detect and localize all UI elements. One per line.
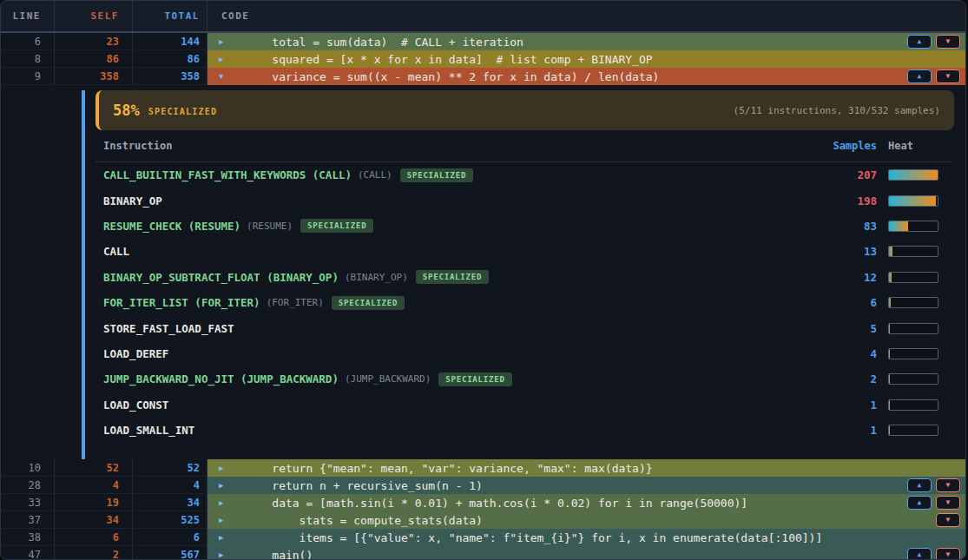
expander-icon[interactable]: ▶ xyxy=(219,551,227,559)
expander-icon[interactable]: ▶ xyxy=(219,56,227,63)
line-number: 37 xyxy=(1,511,55,529)
heat-bar-fill xyxy=(889,425,890,435)
instruction-samples: 5 xyxy=(814,322,877,335)
instruction-samples: 12 xyxy=(814,271,877,284)
instruction-name-cell: LOAD_SMALL_INT xyxy=(103,424,814,437)
expander-icon[interactable]: ▶ xyxy=(219,517,227,524)
expander-icon[interactable]: ▶ xyxy=(219,499,227,507)
instruction-name-cell: JUMP_BACKWARD_NO_JIT (JUMP_BACKWARD) (JU… xyxy=(103,372,814,386)
self-samples: 2 xyxy=(55,546,133,560)
instruction-name: BINARY_OP xyxy=(103,194,162,208)
code-cell[interactable]: ▶ stats = compute_stats(data) ▼ xyxy=(207,511,965,529)
instruction-heat-cell xyxy=(877,195,952,207)
specialized-label: SPECIALIZED xyxy=(148,105,217,116)
heat-bar-fill xyxy=(889,221,908,231)
code-cell[interactable]: ▶ items = [{"value": x, "name": f"item_{… xyxy=(207,529,965,546)
code-row[interactable]: 8 86 86 ▶ squared = [x * x for x in data… xyxy=(1,50,965,68)
down-arrow-icon: ▼ xyxy=(946,482,951,489)
code-row[interactable]: 9 358 358 ▼ variance = sum((x - mean) **… xyxy=(1,68,965,85)
instruction-name-cell: RESUME_CHECK (RESUME) (RESUME) SPECIALIZ… xyxy=(103,219,814,233)
instruction-row: BINARY_OP_SUBTRACT_FLOAT (BINARY_OP) (BI… xyxy=(95,265,952,290)
code-cell[interactable]: ▶ return n + recursive_sum(n - 1) ▲ ▼ xyxy=(207,477,965,494)
heat-bar xyxy=(888,297,938,308)
code-cell[interactable]: ▶ main() ▲ ▼ xyxy=(207,546,965,560)
expander-icon[interactable]: ▶ xyxy=(219,38,227,46)
heat-bar xyxy=(888,425,938,436)
expander-icon[interactable]: ▶ xyxy=(219,534,227,542)
instruction-heat-cell xyxy=(877,297,952,308)
code-cell[interactable]: ▶ return {"mean": mean, "var": variance,… xyxy=(207,459,965,477)
heat-bar-fill xyxy=(889,400,890,410)
code-row[interactable]: 47 2 567 ▶ main() ▲ ▼ xyxy=(1,546,965,560)
heat-bar xyxy=(888,246,938,257)
expander-icon[interactable]: ▶ xyxy=(219,482,227,490)
code-row[interactable]: 6 23 144 ▶ total = sum(data) # CALL + it… xyxy=(1,33,965,50)
code-text: stats = compute_stats(data) xyxy=(245,514,483,527)
specialized-badge: SPECIALIZED xyxy=(416,270,489,284)
jump-down-button[interactable]: ▼ xyxy=(936,35,960,49)
instruction-samples: 198 xyxy=(814,194,877,208)
expander-icon[interactable]: ▼ xyxy=(219,73,227,81)
jump-up-button[interactable]: ▲ xyxy=(907,496,932,510)
down-arrow-icon: ▼ xyxy=(946,38,951,45)
jump-up-button[interactable]: ▲ xyxy=(907,69,932,83)
instruction-heat-cell xyxy=(877,221,952,232)
heat-bar xyxy=(888,348,938,359)
code-row[interactable]: 38 6 6 ▶ items = [{"value": x, "name": f… xyxy=(1,529,965,546)
instruction-row: BINARY_OP 198 xyxy=(95,188,952,213)
jump-down-button[interactable]: ▼ xyxy=(936,478,960,492)
code-cell[interactable]: ▶ data = [math.sin(i * 0.01) + math.cos(… xyxy=(207,494,965,511)
code-cell[interactable]: ▶ squared = [x * x for x in data] # list… xyxy=(207,50,965,68)
self-samples: 52 xyxy=(55,459,133,477)
instruction-row: LOAD_SMALL_INT 1 xyxy=(95,418,952,443)
expander-icon[interactable]: ▶ xyxy=(219,464,227,472)
column-header-heat: Heat xyxy=(877,140,952,152)
line-number: 6 xyxy=(1,33,55,50)
code-cell[interactable]: ▶ total = sum(data) # CALL + iteration ▲… xyxy=(207,33,965,50)
instruction-name-cell: FOR_ITER_LIST (FOR_ITER) (FOR_ITER) SPEC… xyxy=(103,296,814,310)
jump-down-button[interactable]: ▼ xyxy=(936,69,960,83)
code-row[interactable]: 28 4 4 ▶ return n + recursive_sum(n - 1)… xyxy=(1,477,965,494)
row-buttons: ▼ xyxy=(936,513,960,527)
down-arrow-icon: ▼ xyxy=(946,551,951,558)
banner-meta: (5/11 instructions, 310/532 samples) xyxy=(734,105,940,116)
column-header-code: CODE xyxy=(207,1,965,31)
jump-down-button[interactable]: ▼ xyxy=(936,513,960,527)
code-cell[interactable]: ▼ variance = sum((x - mean) ** 2 for x i… xyxy=(207,68,965,85)
instruction-base-name: (CALL) xyxy=(358,169,392,181)
instruction-row: RESUME_CHECK (RESUME) (RESUME) SPECIALIZ… xyxy=(95,214,952,239)
instruction-samples: 6 xyxy=(814,296,877,309)
jump-up-button[interactable]: ▲ xyxy=(907,35,932,49)
instruction-name: BINARY_OP_SUBTRACT_FLOAT (BINARY_OP) xyxy=(103,271,339,284)
column-header-instruction: Instruction xyxy=(103,140,814,152)
jump-down-button[interactable]: ▼ xyxy=(936,496,960,510)
self-samples: 19 xyxy=(55,494,133,511)
jump-up-button[interactable]: ▲ xyxy=(907,548,932,560)
instruction-samples: 13 xyxy=(814,245,877,258)
code-text: main() xyxy=(245,549,313,560)
instruction-samples: 1 xyxy=(814,424,877,437)
instruction-heat-cell xyxy=(877,425,952,436)
jump-up-button[interactable]: ▲ xyxy=(907,478,932,492)
code-row[interactable]: 37 34 525 ▶ stats = compute_stats(data) … xyxy=(1,511,965,529)
column-header-line: LINE xyxy=(1,1,55,31)
code-rows-bottom: 10 52 52 ▶ return {"mean": mean, "var": … xyxy=(1,459,965,560)
code-row[interactable]: 10 52 52 ▶ return {"mean": mean, "var": … xyxy=(1,459,965,477)
heat-bar xyxy=(888,323,938,334)
code-text: return n + recursive_sum(n - 1) xyxy=(245,479,483,492)
row-buttons: ▲ ▼ xyxy=(907,478,960,492)
heat-bar-fill xyxy=(889,298,891,307)
specialization-panel: 58% SPECIALIZED (5/11 instructions, 310/… xyxy=(1,90,965,459)
total-samples: 525 xyxy=(133,511,207,529)
code-row[interactable]: 33 19 34 ▶ data = [math.sin(i * 0.01) + … xyxy=(1,494,965,511)
up-arrow-icon: ▲ xyxy=(918,38,922,45)
instruction-name: LOAD_CONST xyxy=(103,399,168,412)
jump-down-button[interactable]: ▼ xyxy=(936,548,960,560)
heat-bar-fill xyxy=(889,324,890,333)
instruction-heat-cell xyxy=(877,323,952,334)
instruction-heat-cell xyxy=(877,169,952,181)
total-samples: 86 xyxy=(133,50,207,68)
heat-bar-fill xyxy=(889,247,892,256)
instruction-samples: 4 xyxy=(814,347,877,360)
instruction-row: CALL 13 xyxy=(95,239,952,264)
